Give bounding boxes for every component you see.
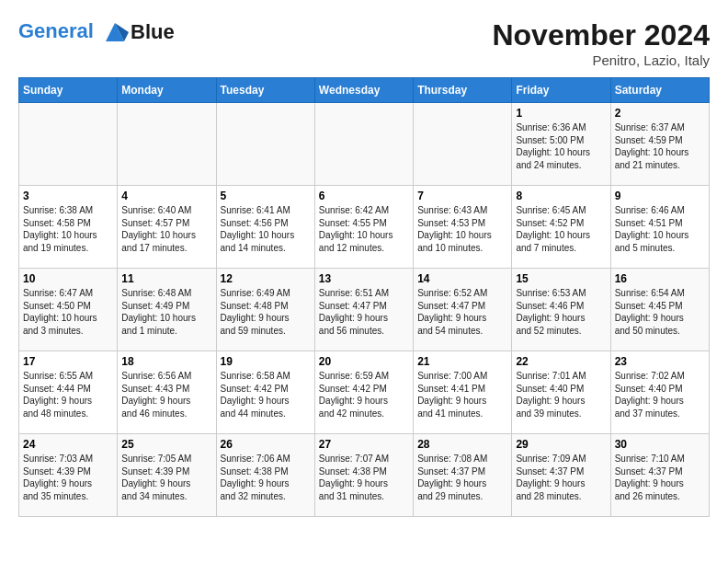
day-number: 10: [23, 272, 113, 285]
day-cell: 2Sunrise: 6:37 AM Sunset: 4:59 PM Daylig…: [610, 103, 709, 186]
day-info: Sunrise: 6:56 AM Sunset: 4:43 PM Dayligh…: [121, 370, 211, 419]
day-info: Sunrise: 6:51 AM Sunset: 4:47 PM Dayligh…: [319, 287, 409, 337]
day-number: 22: [516, 355, 606, 368]
logo-blue: Blue: [131, 20, 175, 44]
day-info: Sunrise: 6:49 AM Sunset: 4:48 PM Dayligh…: [221, 287, 311, 337]
day-number: 16: [615, 272, 705, 285]
day-info: Sunrise: 6:45 AM Sunset: 4:52 PM Dayligh…: [516, 204, 606, 254]
day-info: Sunrise: 6:52 AM Sunset: 4:47 PM Dayligh…: [417, 287, 507, 337]
day-cell: 19Sunrise: 6:58 AM Sunset: 4:42 PM Dayli…: [216, 351, 314, 434]
day-number: 15: [516, 272, 606, 285]
calendar-body: 1Sunrise: 6:36 AM Sunset: 5:00 PM Daylig…: [19, 103, 710, 517]
day-number: 17: [23, 355, 113, 368]
day-cell: 13Sunrise: 6:51 AM Sunset: 4:47 PM Dayli…: [314, 269, 413, 351]
day-info: Sunrise: 6:40 AM Sunset: 4:57 PM Dayligh…: [121, 204, 211, 254]
day-number: 14: [417, 272, 507, 285]
day-number: 1: [516, 107, 606, 120]
day-cell: 24Sunrise: 7:03 AM Sunset: 4:39 PM Dayli…: [19, 434, 118, 517]
day-info: Sunrise: 7:08 AM Sunset: 4:37 PM Dayligh…: [417, 453, 507, 502]
day-cell: 14Sunrise: 6:52 AM Sunset: 4:47 PM Dayli…: [414, 269, 512, 351]
header-sunday: Sunday: [19, 78, 118, 103]
day-number: 12: [221, 272, 311, 285]
day-number: 27: [319, 438, 409, 451]
day-number: 21: [417, 355, 507, 368]
logo-general: General: [18, 19, 94, 42]
day-number: 6: [319, 190, 409, 202]
day-info: Sunrise: 6:53 AM Sunset: 4:46 PM Dayligh…: [516, 287, 606, 337]
day-cell: 22Sunrise: 7:01 AM Sunset: 4:40 PM Dayli…: [512, 351, 610, 434]
day-number: 20: [319, 355, 409, 368]
day-cell: 8Sunrise: 6:45 AM Sunset: 4:52 PM Daylig…: [512, 186, 610, 269]
day-number: 18: [121, 355, 211, 368]
day-cell: 28Sunrise: 7:08 AM Sunset: 4:37 PM Dayli…: [414, 434, 512, 517]
calendar-header-row: SundayMondayTuesdayWednesdayThursdayFrid…: [19, 78, 710, 103]
month-title: November 2024: [492, 18, 710, 52]
day-cell: 23Sunrise: 7:02 AM Sunset: 4:40 PM Dayli…: [610, 351, 709, 434]
day-info: Sunrise: 7:09 AM Sunset: 4:37 PM Dayligh…: [516, 453, 606, 502]
day-info: Sunrise: 6:36 AM Sunset: 5:00 PM Dayligh…: [516, 121, 606, 171]
logo-icon: [101, 18, 129, 46]
day-cell: 15Sunrise: 6:53 AM Sunset: 4:46 PM Dayli…: [512, 269, 610, 351]
day-info: Sunrise: 6:46 AM Sunset: 4:51 PM Dayligh…: [615, 204, 705, 254]
logo: General Blue: [18, 18, 175, 46]
day-info: Sunrise: 6:43 AM Sunset: 4:53 PM Dayligh…: [417, 204, 507, 254]
day-number: 9: [615, 190, 705, 202]
day-cell: 29Sunrise: 7:09 AM Sunset: 4:37 PM Dayli…: [512, 434, 610, 517]
header-monday: Monday: [118, 78, 216, 103]
day-cell: 27Sunrise: 7:07 AM Sunset: 4:38 PM Dayli…: [314, 434, 413, 517]
day-number: 24: [23, 438, 113, 451]
day-number: 23: [615, 355, 705, 368]
week-row-1: 3Sunrise: 6:38 AM Sunset: 4:58 PM Daylig…: [19, 186, 710, 269]
day-cell: [19, 103, 118, 186]
day-cell: 9Sunrise: 6:46 AM Sunset: 4:51 PM Daylig…: [610, 186, 709, 269]
day-info: Sunrise: 6:54 AM Sunset: 4:45 PM Dayligh…: [615, 287, 705, 337]
location: Penitro, Lazio, Italy: [492, 52, 710, 68]
day-info: Sunrise: 7:07 AM Sunset: 4:38 PM Dayligh…: [319, 453, 409, 502]
day-cell: 12Sunrise: 6:49 AM Sunset: 4:48 PM Dayli…: [216, 269, 314, 351]
header-friday: Friday: [512, 78, 610, 103]
day-number: 7: [417, 190, 507, 202]
day-info: Sunrise: 7:02 AM Sunset: 4:40 PM Dayligh…: [615, 370, 705, 419]
day-number: 19: [221, 355, 311, 368]
day-cell: [414, 103, 512, 186]
day-cell: 10Sunrise: 6:47 AM Sunset: 4:50 PM Dayli…: [19, 269, 118, 351]
calendar-table: SundayMondayTuesdayWednesdayThursdayFrid…: [18, 77, 710, 517]
day-info: Sunrise: 6:42 AM Sunset: 4:55 PM Dayligh…: [319, 204, 409, 254]
day-cell: 18Sunrise: 6:56 AM Sunset: 4:43 PM Dayli…: [118, 351, 216, 434]
day-cell: 7Sunrise: 6:43 AM Sunset: 4:53 PM Daylig…: [414, 186, 512, 269]
title-area: November 2024 Penitro, Lazio, Italy: [492, 18, 710, 68]
day-info: Sunrise: 6:47 AM Sunset: 4:50 PM Dayligh…: [23, 287, 113, 337]
day-cell: 25Sunrise: 7:05 AM Sunset: 4:39 PM Dayli…: [118, 434, 216, 517]
day-cell: 26Sunrise: 7:06 AM Sunset: 4:38 PM Dayli…: [216, 434, 314, 517]
day-cell: 20Sunrise: 6:59 AM Sunset: 4:42 PM Dayli…: [314, 351, 413, 434]
week-row-4: 24Sunrise: 7:03 AM Sunset: 4:39 PM Dayli…: [19, 434, 710, 517]
day-info: Sunrise: 7:00 AM Sunset: 4:41 PM Dayligh…: [417, 370, 507, 419]
day-cell: 21Sunrise: 7:00 AM Sunset: 4:41 PM Dayli…: [414, 351, 512, 434]
day-cell: 11Sunrise: 6:48 AM Sunset: 4:49 PM Dayli…: [118, 269, 216, 351]
day-cell: 16Sunrise: 6:54 AM Sunset: 4:45 PM Dayli…: [610, 269, 709, 351]
day-info: Sunrise: 7:05 AM Sunset: 4:39 PM Dayligh…: [121, 453, 211, 502]
day-info: Sunrise: 6:41 AM Sunset: 4:56 PM Dayligh…: [221, 204, 311, 254]
day-info: Sunrise: 6:58 AM Sunset: 4:42 PM Dayligh…: [221, 370, 311, 419]
day-cell: 5Sunrise: 6:41 AM Sunset: 4:56 PM Daylig…: [216, 186, 314, 269]
week-row-3: 17Sunrise: 6:55 AM Sunset: 4:44 PM Dayli…: [19, 351, 710, 434]
day-cell: 3Sunrise: 6:38 AM Sunset: 4:58 PM Daylig…: [19, 186, 118, 269]
header-saturday: Saturday: [610, 78, 709, 103]
day-cell: [314, 103, 413, 186]
day-info: Sunrise: 6:38 AM Sunset: 4:58 PM Dayligh…: [23, 204, 113, 254]
day-number: 25: [121, 438, 211, 451]
week-row-2: 10Sunrise: 6:47 AM Sunset: 4:50 PM Dayli…: [19, 269, 710, 351]
day-number: 26: [221, 438, 311, 451]
day-cell: 30Sunrise: 7:10 AM Sunset: 4:37 PM Dayli…: [610, 434, 709, 517]
day-info: Sunrise: 6:37 AM Sunset: 4:59 PM Dayligh…: [615, 121, 705, 171]
day-number: 8: [516, 190, 606, 202]
header: General Blue November 2024 Penitro, Lazi…: [18, 18, 710, 68]
week-row-0: 1Sunrise: 6:36 AM Sunset: 5:00 PM Daylig…: [19, 103, 710, 186]
day-cell: [118, 103, 216, 186]
day-number: 30: [615, 438, 705, 451]
day-info: Sunrise: 6:55 AM Sunset: 4:44 PM Dayligh…: [23, 370, 113, 419]
day-info: Sunrise: 7:10 AM Sunset: 4:37 PM Dayligh…: [615, 453, 705, 502]
day-number: 4: [121, 190, 211, 202]
day-number: 2: [615, 107, 705, 120]
header-thursday: Thursday: [414, 78, 512, 103]
